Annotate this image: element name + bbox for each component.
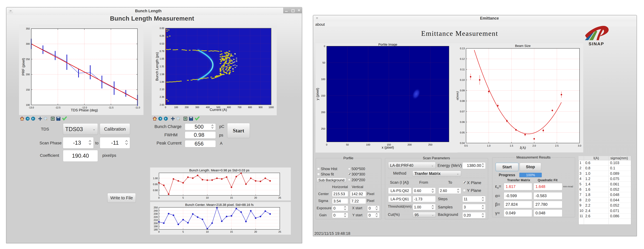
svg-text:10: 10 xyxy=(206,196,209,199)
svg-text:200: 200 xyxy=(321,111,325,114)
svg-text:1.0: 1.0 xyxy=(487,144,490,147)
svg-text:25: 25 xyxy=(278,196,281,199)
svg-text:100: 100 xyxy=(174,106,178,108)
svg-text:2.0: 2.0 xyxy=(532,144,536,147)
svg-text:150: 150 xyxy=(26,88,30,91)
svg-text:TDS Phase (deg): TDS Phase (deg) xyxy=(71,108,98,112)
svg-text:20: 20 xyxy=(254,230,257,233)
svg-text:0.26: 0.26 xyxy=(160,35,164,37)
svg-text:100: 100 xyxy=(26,104,30,106)
svg-text:5: 5 xyxy=(182,196,184,199)
svg-text:0.00: 0.00 xyxy=(160,27,164,30)
svg-text:350: 350 xyxy=(26,28,30,30)
svg-text:200: 200 xyxy=(408,143,412,146)
svg-text:250: 250 xyxy=(321,128,325,130)
svg-text:50: 50 xyxy=(346,143,349,146)
svg-text:150: 150 xyxy=(321,94,325,97)
svg-text:400: 400 xyxy=(206,106,210,108)
svg-text:300: 300 xyxy=(195,106,199,108)
svg-text:0.09: 0.09 xyxy=(460,89,465,92)
svg-text:1.31: 1.31 xyxy=(160,65,164,68)
svg-text:y (pixel): y (pixel) xyxy=(316,88,319,100)
svg-text:-11.5: -11.5 xyxy=(108,106,114,109)
svg-text:0: 0 xyxy=(326,143,327,146)
svg-text:0.07: 0.07 xyxy=(460,110,465,113)
svg-text:0: 0 xyxy=(324,45,325,48)
svg-text:0.04: 0.04 xyxy=(460,142,465,144)
svg-text:100: 100 xyxy=(366,143,370,146)
svg-text:-11.0: -11.0 xyxy=(135,106,140,109)
svg-text:220: 220 xyxy=(154,216,158,218)
svg-text:800: 800 xyxy=(248,106,252,108)
svg-text:1.58: 1.58 xyxy=(160,73,164,76)
svg-text:210: 210 xyxy=(154,219,158,222)
svg-text:-12.5: -12.5 xyxy=(55,106,61,109)
svg-text:Bunch Center. Mean=218.38 pixe: Bunch Center. Mean=218.38 pixel. Std=88.… xyxy=(185,203,254,206)
svg-text:600: 600 xyxy=(227,106,231,108)
svg-text:250: 250 xyxy=(154,206,158,209)
svg-text:SINAP: SINAP xyxy=(589,41,604,46)
svg-text:0.08: 0.08 xyxy=(460,100,465,102)
svg-text:2.5: 2.5 xyxy=(555,144,559,147)
svg-text:Bunch Length. Mean=0.98 ps Std: Bunch Length. Mean=0.98 ps Std=0.03 ps xyxy=(189,168,250,172)
svg-text:20: 20 xyxy=(254,196,257,199)
svg-text:Current (A): Current (A) xyxy=(210,108,227,112)
svg-text:190: 190 xyxy=(154,225,158,228)
svg-text:0.05: 0.05 xyxy=(460,131,465,134)
svg-text:Bunch Length (ps): Bunch Length (ps) xyxy=(155,52,159,81)
svg-text:2.10: 2.10 xyxy=(160,88,164,90)
svg-text:1000: 1000 xyxy=(268,106,274,108)
svg-text:Beam Size: Beam Size xyxy=(515,44,530,48)
svg-text:1.00: 1.00 xyxy=(153,177,158,180)
svg-text:0.11: 0.11 xyxy=(460,68,465,71)
svg-text:PRF (pixel): PRF (pixel) xyxy=(21,58,25,76)
svg-text:10: 10 xyxy=(206,230,209,233)
svg-text:0: 0 xyxy=(158,230,160,233)
svg-text:240: 240 xyxy=(154,210,158,212)
svg-text:0.13: 0.13 xyxy=(460,47,465,50)
svg-text:250: 250 xyxy=(428,143,432,146)
svg-text:0.53: 0.53 xyxy=(160,42,164,45)
svg-text:σ(mm): σ(mm) xyxy=(456,91,459,100)
svg-text:1.05: 1.05 xyxy=(160,58,164,60)
svg-text:0.79: 0.79 xyxy=(160,50,164,52)
svg-text:0: 0 xyxy=(158,196,160,199)
svg-text:1.5: 1.5 xyxy=(510,144,513,147)
svg-text:0: 0 xyxy=(165,106,166,108)
svg-text:3.0: 3.0 xyxy=(578,144,581,147)
svg-text:900: 900 xyxy=(258,106,262,108)
svg-text:200: 200 xyxy=(154,222,158,225)
svg-text:100: 100 xyxy=(321,78,325,81)
svg-text:250: 250 xyxy=(26,58,30,60)
svg-text:15: 15 xyxy=(230,230,233,233)
svg-text:50: 50 xyxy=(322,61,325,64)
svg-text:5: 5 xyxy=(182,230,184,233)
svg-text:15: 15 xyxy=(230,196,233,199)
svg-text:25: 25 xyxy=(278,230,281,233)
svg-text:200: 200 xyxy=(185,106,188,108)
svg-text:0.90: 0.90 xyxy=(153,189,158,192)
svg-text:x (pixel): x (pixel) xyxy=(382,146,394,149)
svg-text:230: 230 xyxy=(154,212,158,215)
svg-text:0.5: 0.5 xyxy=(464,144,468,147)
svg-text:0.06: 0.06 xyxy=(460,121,465,124)
svg-text:-13.0: -13.0 xyxy=(29,106,34,109)
svg-text:180: 180 xyxy=(154,228,158,231)
svg-text:1.84: 1.84 xyxy=(160,81,164,83)
svg-text:0.95: 0.95 xyxy=(153,183,158,186)
svg-text:Porfile Image: Porfile Image xyxy=(378,44,398,46)
svg-text:0.10: 0.10 xyxy=(460,78,465,82)
svg-text:200: 200 xyxy=(26,73,30,76)
svg-text:700: 700 xyxy=(238,106,242,108)
svg-text:2.63: 2.63 xyxy=(160,104,164,106)
svg-text:0.12: 0.12 xyxy=(460,58,465,60)
svg-text:2.36: 2.36 xyxy=(160,96,164,98)
svg-text:I(A): I(A) xyxy=(520,146,526,150)
svg-text:300: 300 xyxy=(26,43,30,45)
